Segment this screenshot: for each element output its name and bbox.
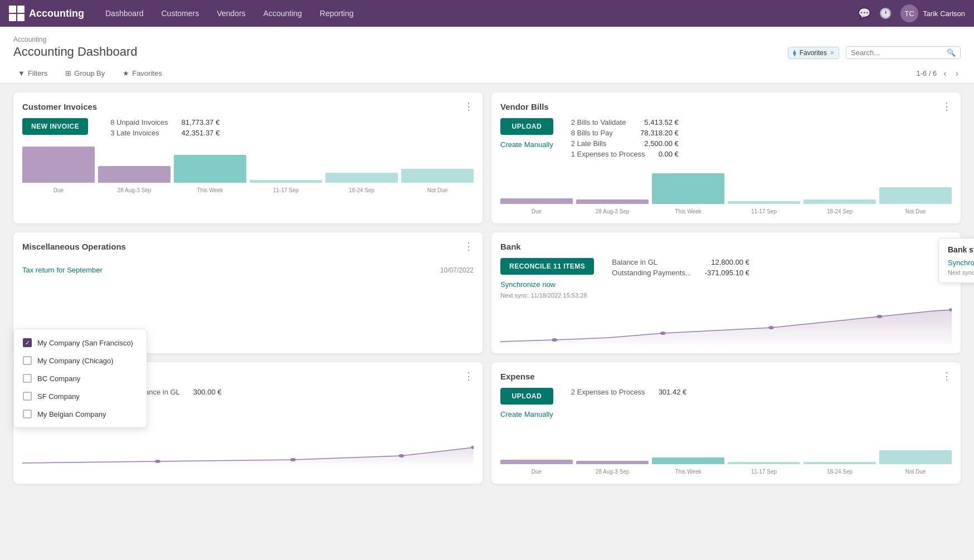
bank-content: RECONCILE 11 ITEMS Synchronize now Next … xyxy=(500,258,952,299)
chart-bars xyxy=(22,146,474,185)
vendor-bills-card: Vendor Bills ⋮ UPLOAD Create Manually 2 … xyxy=(491,92,961,223)
expenses-value: 301.42 € xyxy=(659,388,687,396)
misc-menu[interactable]: ⋮ xyxy=(464,241,474,251)
cash-menu[interactable]: ⋮ xyxy=(464,371,474,381)
next-page-button[interactable]: › xyxy=(953,67,961,80)
company-label-3: SF Company xyxy=(37,392,80,401)
bar-aug xyxy=(98,166,171,183)
bank-card: Bank ⋮ RECONCILE 11 ITEMS Synchronize no… xyxy=(491,232,961,353)
company-item-3[interactable]: SF Company xyxy=(14,387,147,405)
label-notdue: Not Due xyxy=(401,187,474,193)
expense-create-manually-link[interactable]: Create Manually xyxy=(500,410,553,418)
user-menu[interactable]: TC Tarik Carlson xyxy=(900,4,965,22)
expense-header: Expense ⋮ xyxy=(500,371,952,381)
unpaid-label: 8 Unpaid Invoices xyxy=(110,118,168,126)
label-18sep: 18-24 Sep xyxy=(325,187,398,193)
stat-row-unpaid: 8 Unpaid Invoices 81,773.37 € xyxy=(110,118,220,126)
search-icon[interactable]: 🔍 xyxy=(947,48,956,57)
nav-customers[interactable]: Customers xyxy=(154,6,207,21)
clock-icon[interactable]: 🕐 xyxy=(879,7,892,20)
favorites-label: Favorites xyxy=(132,69,162,77)
vb-label-2: 8 Bills to Pay xyxy=(571,129,613,137)
create-manually-link[interactable]: Create Manually xyxy=(500,140,553,149)
bank-sync-tooltip: Bank synchronization Synchronize now Nex… xyxy=(938,238,974,283)
company-label-4: My Belgian Company xyxy=(37,410,106,418)
filters-label: Filters xyxy=(28,69,47,77)
app-name: Accounting xyxy=(29,8,84,20)
filters-button[interactable]: ▼ Filters xyxy=(13,67,52,80)
vb-label-aug: 28 Aug-3 Sep xyxy=(576,208,649,215)
expense-chart-labels: Due 28 Aug-3 Sep This Week 11-17 Sep 18-… xyxy=(500,469,952,475)
unpaid-value: 81,773.37 € xyxy=(182,118,220,126)
filter-tag[interactable]: ⧫ Favorites × xyxy=(788,47,839,59)
exp-label-week: This Week xyxy=(652,469,724,475)
company-item-4[interactable]: My Belgian Company xyxy=(14,405,147,423)
nav-dashboard[interactable]: Dashboard xyxy=(98,6,152,21)
vb-value-2: 78,318.20 € xyxy=(640,129,679,137)
nav-items: Dashboard Customers Vendors Accounting R… xyxy=(98,6,858,21)
late-value: 42,351.37 € xyxy=(182,129,220,137)
sync-tooltip-link[interactable]: Synchronize now xyxy=(948,259,974,267)
exp-label-notdue: Not Due xyxy=(879,469,952,475)
vb-label-4: 1 Expenses to Process xyxy=(571,150,645,158)
bank-outstanding-value: -371,095.10 € xyxy=(705,269,749,277)
expense-upload-button[interactable]: UPLOAD xyxy=(500,388,553,405)
expense-stats: 2 Expenses to Process 301.42 € xyxy=(571,388,687,396)
vb-label-11sep: 11-17 Sep xyxy=(728,208,800,215)
nav-accounting[interactable]: Accounting xyxy=(256,6,310,21)
prev-page-button[interactable]: ‹ xyxy=(941,67,948,80)
bank-chart-dot xyxy=(552,338,557,342)
company-item-2[interactable]: BC Company xyxy=(14,369,147,387)
breadcrumb: Accounting xyxy=(13,31,961,45)
search-bar[interactable]: 🔍 xyxy=(846,46,961,59)
filter-tag-close[interactable]: × xyxy=(830,49,834,57)
page-header: Accounting Accounting Dashboard ⧫ Favori… xyxy=(0,27,974,84)
synchronize-now-link[interactable]: Synchronize now xyxy=(500,280,594,289)
exp-bar-fill-1 xyxy=(500,460,573,464)
bank-svg-chart xyxy=(500,305,952,344)
bar-11sep-fill xyxy=(250,180,322,183)
favorites-button[interactable]: ★ Favorites xyxy=(118,67,166,80)
company-checkbox-1[interactable] xyxy=(23,356,32,365)
bank-outstanding-label: Outstanding Payments... xyxy=(612,269,691,277)
bar-due xyxy=(22,147,95,183)
vendor-bills-menu[interactable]: ⋮ xyxy=(942,101,952,111)
cash-stat-1: Balance in GL 300.00 € xyxy=(134,388,221,396)
exp-bar-4 xyxy=(728,462,800,464)
app-logo[interactable]: Accounting xyxy=(9,6,84,21)
vb-stat-3: 2 Late Bills 2,500.00 € xyxy=(571,139,679,148)
nav-vendors[interactable]: Vendors xyxy=(209,6,253,21)
filter-btn-icon: ▼ xyxy=(18,69,25,77)
exp-label-aug: 28 Aug-3 Sep xyxy=(576,469,649,475)
vb-bar-aug-fill xyxy=(576,199,649,204)
misc-tax-date: 10/07/2022 xyxy=(440,266,474,274)
new-invoice-button[interactable]: NEW INVOICE xyxy=(22,118,88,135)
vb-bar-notdue xyxy=(879,187,952,204)
bar-this-week xyxy=(174,155,246,183)
company-checkbox-4[interactable] xyxy=(23,410,32,418)
bar-aug-fill xyxy=(98,166,171,183)
company-checkbox-2[interactable] xyxy=(23,374,32,383)
label-11sep: 11-17 Sep xyxy=(250,187,322,193)
chat-icon[interactable]: 💬 xyxy=(858,7,870,20)
expense-stat-1: 2 Expenses to Process 301.42 € xyxy=(571,388,687,396)
company-item-1[interactable]: My Company (Chicago) xyxy=(14,352,147,369)
bank-header: Bank ⋮ xyxy=(500,241,952,251)
customer-invoices-menu[interactable]: ⋮ xyxy=(464,101,474,111)
group-by-button[interactable]: ⊞ Group By xyxy=(61,67,109,80)
nav-reporting[interactable]: Reporting xyxy=(312,6,362,21)
upload-button[interactable]: UPLOAD xyxy=(500,118,553,135)
exp-bar-3 xyxy=(652,457,724,464)
bank-chart-dot xyxy=(768,326,774,329)
expense-menu[interactable]: ⋮ xyxy=(942,371,952,381)
misc-tax-return-link[interactable]: Tax return for September xyxy=(22,266,103,274)
company-checkbox-0[interactable]: ✓ xyxy=(23,338,32,347)
company-checkbox-3[interactable] xyxy=(23,392,32,401)
reconcile-bank-button[interactable]: RECONCILE 11 ITEMS xyxy=(500,258,594,275)
vb-label-notdue: Not Due xyxy=(879,208,952,215)
misc-content: Tax return for September 10/07/2022 xyxy=(22,258,474,282)
bar-not-due xyxy=(401,169,474,183)
company-item-0[interactable]: ✓ My Company (San Francisco) xyxy=(14,334,147,352)
search-input[interactable] xyxy=(851,48,944,57)
exp-bar-2 xyxy=(576,461,649,464)
